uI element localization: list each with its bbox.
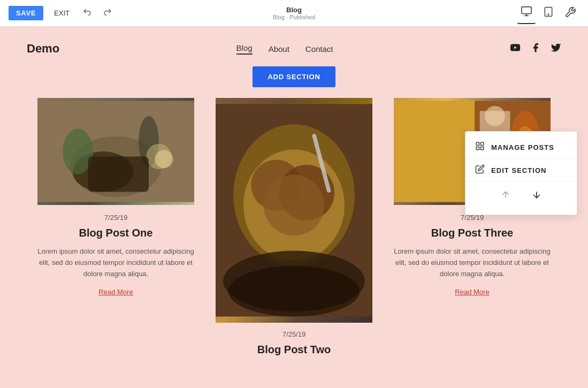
top-bar-right xyxy=(517,2,579,24)
pencil-icon xyxy=(475,164,485,174)
top-bar-center: Blog Blog · Published xyxy=(273,6,316,21)
blog-post-3-read-more[interactable]: Read More xyxy=(455,288,489,296)
manage-posts-label: MANAGE POSTS xyxy=(491,143,554,151)
youtube-icon[interactable] xyxy=(510,42,521,56)
top-bar: SAVE EXIT Blog Blog · Published xyxy=(0,0,588,27)
social-icons xyxy=(510,42,561,56)
blog-post-1-read-more[interactable]: Read More xyxy=(98,288,133,296)
svg-rect-32 xyxy=(481,142,484,145)
edit-section-icon xyxy=(475,164,485,176)
nav-link-blog[interactable]: Blog xyxy=(236,43,253,55)
blog-post-2-image xyxy=(216,98,372,323)
facebook-icon[interactable] xyxy=(530,42,541,56)
manage-posts-item[interactable]: MANAGE POSTS xyxy=(465,136,577,159)
edit-section-item[interactable]: EDIT SECTION xyxy=(465,159,577,182)
tablet-icon xyxy=(543,6,554,18)
twitter-icon[interactable] xyxy=(551,42,561,56)
svg-point-18 xyxy=(228,266,360,317)
canvas-area: Demo Blog About Contact ADD SECTION xyxy=(0,27,588,388)
wrench-button[interactable] xyxy=(561,3,579,24)
desktop-icon xyxy=(521,5,532,17)
tablet-view-button[interactable] xyxy=(540,3,557,24)
redo-icon xyxy=(103,7,112,17)
blog-post-1-image xyxy=(37,98,194,205)
blog-post-2: 7/25/19 Blog Post Two xyxy=(205,98,383,374)
blog-post-1-date: 7/25/19 xyxy=(37,214,194,222)
undo-button[interactable] xyxy=(80,5,94,21)
food-image-1-svg xyxy=(37,98,194,205)
edit-section-label: EDIT SECTION xyxy=(491,166,547,174)
move-up-button[interactable] xyxy=(498,187,513,205)
food-image-2-svg xyxy=(216,98,372,323)
move-down-button[interactable] xyxy=(529,187,544,205)
top-bar-left: SAVE EXIT xyxy=(9,5,114,21)
blog-post-3-title: Blog Post Three xyxy=(394,226,551,240)
page-subtitle: Blog · Published xyxy=(273,14,316,20)
manage-posts-icon xyxy=(475,141,485,153)
undo-icon xyxy=(82,7,92,17)
site-logo: Demo xyxy=(27,42,59,56)
svg-point-24 xyxy=(485,106,505,126)
page-title: Blog xyxy=(273,6,316,14)
svg-point-16 xyxy=(264,175,324,235)
arrow-down-icon xyxy=(531,189,542,200)
save-button[interactable]: SAVE xyxy=(9,6,43,20)
context-menu: MANAGE POSTS EDIT SECTION xyxy=(465,131,577,215)
redo-button[interactable] xyxy=(101,5,114,21)
wrench-icon xyxy=(564,6,576,18)
add-section-button[interactable]: ADD SECTION xyxy=(253,66,335,87)
blog-post-2-date: 7/25/19 xyxy=(216,330,372,338)
grid-icon xyxy=(475,141,485,151)
arrow-up-icon xyxy=(500,189,511,200)
reorder-arrows xyxy=(465,182,577,210)
blog-post-2-title: Blog Post Two xyxy=(216,343,372,356)
blog-post-1-excerpt: Lorem ipsum dolor sit amet, consectetur … xyxy=(37,246,194,279)
svg-rect-34 xyxy=(481,147,484,150)
site-nav-links: Blog About Contact xyxy=(236,43,333,55)
svg-point-2 xyxy=(548,14,549,15)
nav-link-about[interactable]: About xyxy=(269,44,289,54)
blog-post-3-excerpt: Lorem ipsum dolor sit amet, consectetur … xyxy=(394,246,551,279)
blog-post-1-title: Blog Post One xyxy=(37,226,194,240)
svg-point-9 xyxy=(155,150,173,168)
blog-post-1: 7/25/19 Blog Post One Lorem ipsum dolor … xyxy=(27,98,205,374)
svg-rect-31 xyxy=(476,142,479,145)
svg-rect-10 xyxy=(88,156,149,192)
add-section-container: ADD SECTION xyxy=(0,66,588,87)
svg-rect-33 xyxy=(476,147,479,150)
desktop-view-button[interactable] xyxy=(517,2,536,24)
site-navigation: Demo Blog About Contact xyxy=(0,27,588,66)
svg-rect-21 xyxy=(394,101,475,202)
exit-button[interactable]: EXIT xyxy=(50,7,74,19)
nav-link-contact[interactable]: Contact xyxy=(306,44,333,54)
svg-rect-0 xyxy=(522,7,531,14)
